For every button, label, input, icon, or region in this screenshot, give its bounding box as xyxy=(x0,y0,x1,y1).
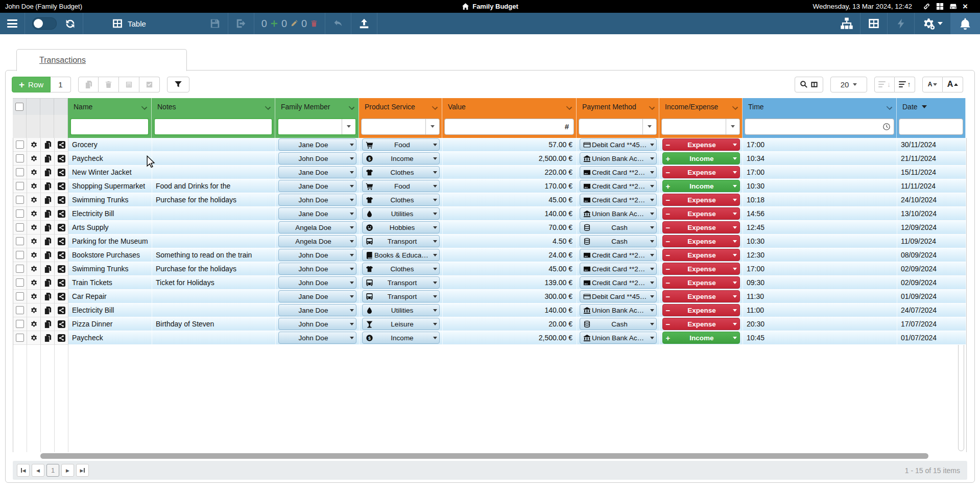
cell-family-member-dropdown[interactable]: John Doe xyxy=(278,263,356,275)
row-copy-icon[interactable] xyxy=(44,169,52,176)
current-page-button[interactable]: 1 xyxy=(46,464,59,477)
cell-payment-method[interactable]: Credit Card **2099 xyxy=(577,179,660,193)
cell-date[interactable]: 13/10/2024 xyxy=(897,207,966,221)
cell-name[interactable]: Pizza Dinner xyxy=(68,317,152,331)
cell-name[interactable]: Paycheck xyxy=(68,152,152,166)
link-icon[interactable] xyxy=(923,3,930,10)
filter-input-value[interactable] xyxy=(445,119,560,134)
column-header-date[interactable]: Date xyxy=(897,98,966,115)
cell-payment-method-dropdown[interactable]: Credit Card **2099 xyxy=(580,249,657,261)
cell-payment-method[interactable]: Union Bank Accoun... xyxy=(577,331,660,345)
cell-payment-method-dropdown[interactable]: Credit Card **2099 xyxy=(580,166,657,178)
cell-time[interactable]: 12:45 xyxy=(743,221,897,235)
cell-income-expense[interactable]: −Expense xyxy=(660,166,743,179)
row-action-cell[interactable] xyxy=(55,276,68,290)
cell-name[interactable]: Grocery xyxy=(68,138,152,152)
cell-family-member-dropdown[interactable]: Jane Doe xyxy=(278,166,356,178)
cell-product-service-dropdown[interactable]: Clothes xyxy=(362,263,440,275)
cell-payment-method[interactable]: Credit Card **2099 xyxy=(577,193,660,207)
row-copy-icon[interactable] xyxy=(44,293,52,300)
sort-asc-button[interactable]: ↑ xyxy=(895,77,915,92)
filter-input-income-expense[interactable] xyxy=(662,119,726,134)
cell-date[interactable]: 11/11/2024 xyxy=(897,179,966,193)
cell-payment-method-dropdown[interactable]: Credit Card **2099 xyxy=(580,194,657,206)
cell-notes[interactable]: Food and Drinks for the xyxy=(152,179,276,193)
column-header-name[interactable]: Name xyxy=(68,98,152,115)
select-all-button[interactable] xyxy=(139,77,160,92)
cell-payment-method-dropdown[interactable]: Cash xyxy=(580,318,657,330)
row-action-cell[interactable] xyxy=(55,331,68,345)
row-share-icon[interactable] xyxy=(58,320,65,328)
row-action-cell[interactable] xyxy=(41,152,55,166)
first-page-button[interactable]: ◀ xyxy=(17,464,30,477)
cell-family-member[interactable]: John Doe xyxy=(276,317,360,331)
cell-family-member[interactable]: Jane Doe xyxy=(276,207,360,221)
edit-mode-toggle[interactable] xyxy=(32,17,57,30)
row-action-cell[interactable] xyxy=(41,138,55,152)
cell-product-service-dropdown[interactable]: Transport xyxy=(362,290,440,302)
row-copy-icon[interactable] xyxy=(44,196,52,204)
apps-grid-icon[interactable] xyxy=(936,3,944,10)
cell-date[interactable]: 01/07/2024 xyxy=(897,331,966,345)
row-copy-icon[interactable] xyxy=(44,279,52,287)
cell-date[interactable]: 30/11/2024 xyxy=(897,138,966,152)
row-action-cell[interactable] xyxy=(13,138,27,152)
cell-product-service-dropdown[interactable]: Food xyxy=(362,138,440,151)
row-action-cell[interactable] xyxy=(41,276,55,290)
filter-input-name[interactable] xyxy=(71,119,148,134)
cell-family-member[interactable]: John Doe xyxy=(276,152,360,166)
cell-payment-method[interactable]: Cash xyxy=(577,317,660,331)
cell-notes[interactable]: Something to read on the train xyxy=(152,248,276,262)
row-share-icon[interactable] xyxy=(58,238,65,245)
cell-payment-method[interactable]: Credit Card **2099 xyxy=(577,276,660,290)
cell-payment-method[interactable]: Union Bank Accoun... xyxy=(577,207,660,221)
cell-notes[interactable]: Birthday of Steven xyxy=(152,317,276,331)
row-checkbox[interactable] xyxy=(16,278,24,287)
cell-family-member[interactable]: Jane Doe xyxy=(276,138,360,152)
cell-product-service[interactable]: Leisure xyxy=(360,317,443,331)
row-action-cell[interactable] xyxy=(13,317,27,331)
last-page-button[interactable]: ▶ xyxy=(76,464,89,477)
row-action-cell[interactable] xyxy=(27,248,41,262)
cell-income-expense[interactable]: −Expense xyxy=(660,262,743,276)
row-share-icon[interactable] xyxy=(58,182,65,190)
row-gear-icon[interactable] xyxy=(30,182,38,190)
row-gear-icon[interactable] xyxy=(30,224,38,231)
row-share-icon[interactable] xyxy=(58,224,65,231)
cell-value[interactable]: 2,500.00 € xyxy=(443,152,577,166)
tables-button[interactable] xyxy=(861,13,887,34)
income-expense-dropdown[interactable]: +Income xyxy=(662,152,740,165)
cell-income-expense[interactable]: −Expense xyxy=(660,235,743,248)
cell-value[interactable]: 139.00 € xyxy=(443,276,577,290)
row-checkbox[interactable] xyxy=(16,182,24,190)
row-gear-icon[interactable] xyxy=(30,141,38,149)
cell-date[interactable]: 11/09/2024 xyxy=(897,235,966,248)
income-expense-dropdown[interactable]: −Expense xyxy=(662,166,740,178)
cell-product-service[interactable]: Transport xyxy=(360,276,443,290)
next-page-button[interactable]: ▶ xyxy=(61,464,74,477)
row-action-cell[interactable] xyxy=(27,276,41,290)
row-action-cell[interactable] xyxy=(55,138,68,152)
cell-value[interactable]: 300.00 € xyxy=(443,290,577,303)
cell-family-member-dropdown[interactable]: Jane Doe xyxy=(278,290,356,302)
cell-payment-method-dropdown[interactable]: Cash xyxy=(580,221,657,233)
cell-payment-method[interactable]: Debit Card **4566 xyxy=(577,138,660,152)
cell-product-service[interactable]: Clothes xyxy=(360,262,443,276)
row-action-cell[interactable] xyxy=(55,179,68,193)
row-checkbox[interactable] xyxy=(16,237,24,245)
cell-payment-method[interactable]: Cash xyxy=(577,221,660,235)
cell-date[interactable]: 02/09/2024 xyxy=(897,262,966,276)
row-action-cell[interactable] xyxy=(27,262,41,276)
sort-desc-button[interactable]: ↓ xyxy=(874,77,895,92)
cell-product-service-dropdown[interactable]: Transport xyxy=(362,276,440,289)
cell-income-expense[interactable]: −Expense xyxy=(660,138,743,152)
row-action-cell[interactable] xyxy=(13,152,27,166)
font-larger-button[interactable]: A xyxy=(943,77,963,92)
cell-notes[interactable] xyxy=(152,235,276,248)
cell-payment-method[interactable]: Credit Card **2099 xyxy=(577,166,660,179)
cell-income-expense[interactable]: −Expense xyxy=(660,221,743,235)
filter-input-date[interactable] xyxy=(899,119,963,134)
row-checkbox[interactable] xyxy=(16,334,24,342)
row-action-cell[interactable] xyxy=(13,262,27,276)
cell-product-service-dropdown[interactable]: Utilities xyxy=(362,207,440,220)
